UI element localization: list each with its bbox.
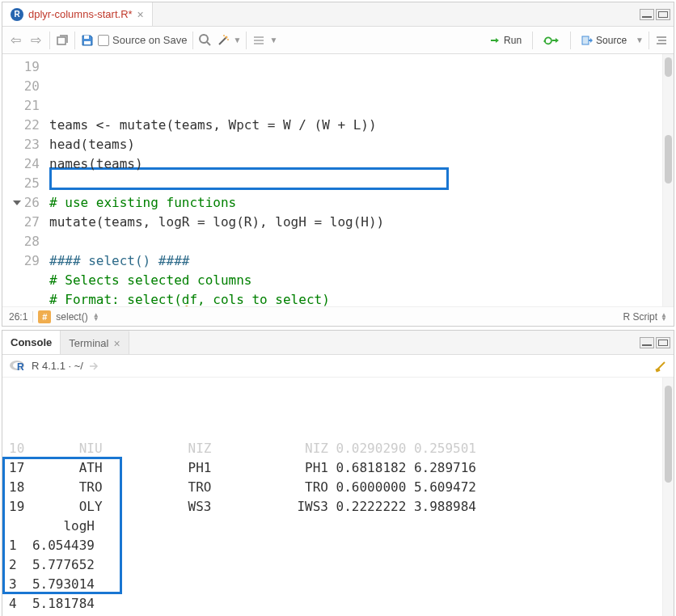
editor-tab-title: dplyr-columns-start.R* (28, 8, 133, 20)
minimize-button[interactable] (640, 337, 654, 348)
send-to-source-icon[interactable] (88, 361, 101, 372)
svg-rect-9 (254, 36, 264, 38)
r-logo-icon: R (9, 359, 27, 373)
maximize-button[interactable] (656, 9, 670, 20)
outline-icon[interactable] (251, 33, 266, 48)
run-button[interactable]: Run (484, 32, 527, 49)
rerun-button[interactable] (538, 32, 565, 49)
cursor-position: 26:1 (9, 311, 27, 323)
svg-text:R: R (17, 361, 24, 373)
section-badge-icon: # (38, 310, 51, 323)
console-pane: Console Terminal × R R 4.1.1 · ~/ 10 NIU… (2, 330, 674, 616)
section-name[interactable]: select() (56, 311, 87, 323)
close-icon[interactable]: × (113, 337, 120, 350)
show-in-new-window-icon[interactable] (55, 33, 70, 48)
window-controls (640, 9, 670, 20)
svg-point-6 (225, 36, 227, 38)
tab-console[interactable]: Console (2, 331, 61, 354)
console-tab-bar: Console Terminal × (2, 331, 674, 355)
save-icon[interactable] (80, 33, 95, 48)
source-on-save-label: Source on Save (112, 34, 188, 46)
wand-icon[interactable] (216, 33, 230, 48)
source-on-save-checkbox[interactable] (98, 35, 109, 46)
forward-button[interactable]: ⇨ (27, 31, 44, 49)
svg-rect-2 (84, 41, 91, 44)
svg-point-3 (200, 35, 208, 43)
svg-rect-11 (254, 43, 264, 44)
svg-rect-22 (655, 368, 660, 372)
minimize-button[interactable] (640, 9, 654, 20)
file-type[interactable]: R Script (623, 311, 657, 323)
svg-rect-1 (84, 36, 89, 39)
editor-toolbar: ⇦ ⇨ Source on Save ▼ ▼ Run (2, 27, 674, 54)
svg-point-7 (227, 39, 229, 40)
editor-pane: R dplyr-columns-start.R* × ⇦ ⇨ Source on… (2, 2, 674, 327)
code-editor[interactable]: 1920212223242526272829 teams <- mutate(t… (2, 54, 674, 306)
r-file-icon: R (11, 8, 23, 21)
scroll-thumb-top[interactable] (665, 57, 672, 77)
console-header: R R 4.1.1 · ~/ (2, 355, 674, 378)
svg-line-5 (219, 37, 226, 44)
r-version: R 4.1.1 · ~/ (32, 360, 83, 372)
maximize-button[interactable] (656, 337, 670, 348)
outline-toggle-icon[interactable] (654, 33, 669, 48)
console-output[interactable]: 10 NIU NIZ NIZ 0.0290290 0.25950117 ATH … (2, 378, 674, 616)
find-icon[interactable] (198, 33, 213, 48)
clear-console-icon[interactable] (654, 360, 667, 373)
back-button[interactable]: ⇦ (7, 31, 24, 49)
file-type-nav-icon[interactable]: ▲▼ (661, 313, 667, 321)
section-nav-icon[interactable]: ▲▼ (93, 313, 99, 321)
scroll-thumb[interactable] (665, 386, 672, 483)
scroll-thumb[interactable] (665, 135, 672, 184)
gutter: 1920212223242526272829 (2, 54, 49, 306)
svg-rect-14 (582, 36, 589, 44)
window-controls (640, 337, 670, 348)
tab-terminal[interactable]: Terminal × (61, 331, 129, 354)
svg-rect-10 (254, 40, 264, 41)
svg-rect-0 (57, 37, 65, 44)
svg-line-4 (207, 42, 210, 45)
editor-scrollbar[interactable] (662, 54, 674, 306)
editor-tab[interactable]: R dplyr-columns-start.R* × (2, 2, 153, 26)
editor-status-bar: 26:1 # select() ▲▼ R Script ▲▼ (2, 306, 674, 326)
code-body[interactable]: teams <- mutate(teams, Wpct = W / (W + L… (49, 54, 674, 306)
svg-point-8 (223, 35, 225, 36)
editor-tab-bar: R dplyr-columns-start.R* × (2, 2, 674, 27)
console-scrollbar[interactable] (662, 378, 674, 616)
close-icon[interactable]: × (137, 8, 144, 21)
source-button[interactable]: Source (576, 32, 632, 49)
